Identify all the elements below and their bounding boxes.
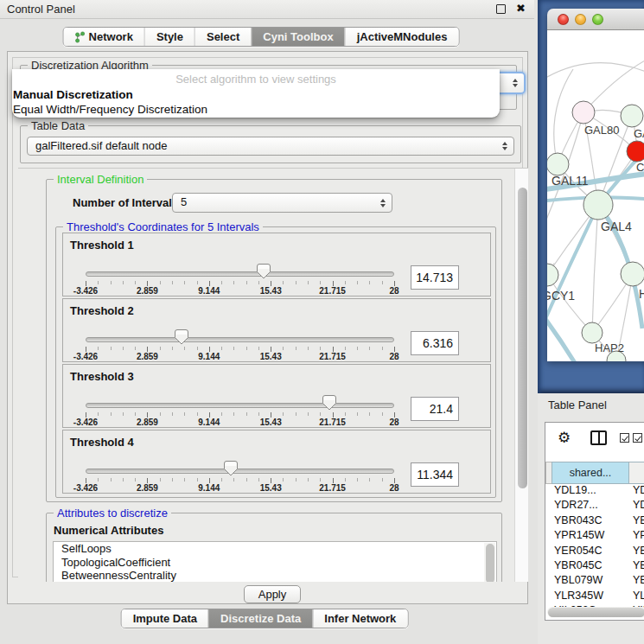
cell-name[interactable]: YDR2	[629, 499, 644, 513]
number-of-intervals-value: 5	[181, 195, 187, 208]
cell-shared-name[interactable]: YDR27...	[545, 499, 629, 513]
network-node-label: GAL80	[584, 124, 619, 137]
network-node[interactable]	[582, 322, 603, 343]
table-hscrollbar-thumb[interactable]	[548, 608, 644, 617]
network-node-label: GA	[634, 127, 644, 140]
cell-name[interactable]: YPR1	[629, 529, 644, 544]
network-edge-thick[interactable]	[547, 312, 577, 361]
number-of-intervals-label: Number of Intervals	[73, 196, 178, 209]
apply-button[interactable]: Apply	[244, 585, 301, 603]
cell-name[interactable]: YBR0	[629, 514, 644, 529]
checkbox-icon[interactable]	[633, 433, 642, 443]
split-columns-icon[interactable]	[590, 430, 607, 445]
cell-name[interactable]: YBL0	[629, 574, 644, 589]
slider-scale-label: 9.144	[198, 483, 220, 493]
algorithm-option-manual-discretization[interactable]: Manual Discretization	[13, 88, 133, 101]
minimize-traffic-light-icon[interactable]	[575, 14, 586, 25]
number-of-intervals-combo[interactable]: 5	[172, 193, 392, 213]
slider-scale-label: 21.715	[319, 352, 346, 361]
table-row[interactable]: YBR045CYBR0	[545, 559, 644, 574]
float-window-icon[interactable]	[496, 4, 506, 14]
threshold-slider-track[interactable]	[86, 337, 394, 342]
slider-scale-label: 21.715	[319, 286, 346, 296]
threshold-label: Threshold 2	[70, 304, 134, 317]
checkbox-icon[interactable]	[620, 433, 629, 443]
network-node[interactable]	[547, 264, 558, 286]
network-edge[interactable]	[592, 205, 598, 333]
network-edge[interactable]	[547, 63, 644, 82]
numerical-attributes-list[interactable]: SelfLoopsTopologicalCoefficientBetweenne…	[53, 541, 497, 582]
network-node-label: HAP2	[595, 341, 624, 354]
threshold-slider-thumb[interactable]	[175, 329, 188, 345]
table-panel-title: Table Panel	[548, 399, 607, 411]
network-node[interactable]	[621, 105, 643, 127]
attribute-item-topologicalcoefficient[interactable]: TopologicalCoefficient	[54, 556, 496, 570]
table-row[interactable]: YBR043CYBR0	[545, 514, 644, 529]
table-body: YDL19...YDL1YDR27...YDR2YBR043CYBR0YPR14…	[545, 484, 644, 620]
table-row[interactable]: YDL19...YDL1	[545, 484, 644, 499]
threshold-value-field[interactable]: 14.713	[411, 265, 459, 290]
cell-shared-name[interactable]: YBR045C	[545, 559, 629, 574]
threshold-slider-thumb[interactable]	[257, 264, 271, 279]
table-row[interactable]: YER054CYER0	[545, 545, 644, 559]
cell-name[interactable]: YER0	[629, 545, 644, 559]
threshold-slider-thumb[interactable]	[322, 395, 336, 411]
threshold-value-field[interactable]: 11.344	[411, 462, 459, 487]
attributes-scrollbar-thumb[interactable]	[486, 544, 494, 582]
close-traffic-light-icon[interactable]	[558, 14, 569, 25]
cell-name[interactable]: YBR0	[629, 559, 644, 574]
network-node[interactable]	[621, 262, 644, 286]
bottom-tab-discretize-data[interactable]: Discretize Data	[208, 609, 312, 628]
slider-scale-label: 15.43	[260, 286, 282, 296]
network-node[interactable]	[572, 101, 595, 124]
cell-name[interactable]: YDL1	[629, 484, 644, 499]
tab-network[interactable]: Network	[64, 28, 144, 46]
settings-scrollbar[interactable]	[514, 169, 528, 582]
threshold-slider-track[interactable]	[86, 469, 394, 474]
network-canvas[interactable]: GAL80GACGAL11GAL4GCY1HHAP2	[547, 30, 644, 361]
tab-jactivemnodules[interactable]: jActiveMNodules	[345, 28, 459, 46]
tab-style[interactable]: Style	[144, 28, 194, 46]
column-header-name[interactable]: n	[629, 462, 644, 484]
network-node[interactable]	[547, 153, 569, 175]
combo-arrows-icon	[502, 142, 507, 150]
threshold-label: Threshold 3	[70, 370, 134, 383]
cell-shared-name[interactable]: YDL19...	[545, 484, 629, 499]
threshold-value-field[interactable]: 21.4	[411, 397, 459, 421]
network-node-selected[interactable]	[627, 141, 644, 162]
close-icon[interactable]: ✖	[516, 2, 526, 15]
table-row[interactable]: YBL079WYBL0	[545, 574, 644, 589]
attribute-item-selfloops[interactable]: SelfLoops	[54, 542, 496, 556]
cell-shared-name[interactable]: YBL079W	[545, 574, 629, 589]
threshold-slider-track[interactable]	[86, 403, 394, 408]
bottom-tab-infer-network[interactable]: Infer Network	[312, 609, 407, 628]
gear-icon[interactable]: ⚙	[558, 429, 571, 447]
cell-shared-name[interactable]: YLR345W	[545, 590, 629, 604]
zoom-traffic-light-icon[interactable]	[592, 14, 603, 25]
tab-cyni-toolbox[interactable]: Cyni Toolbox	[251, 28, 344, 46]
threshold-value-field[interactable]: 6.316	[411, 331, 459, 355]
threshold-slider-thumb[interactable]	[224, 461, 238, 476]
algorithm-option-equal-width-frequency-discretization[interactable]: Equal Width/Frequency Discretization	[13, 103, 207, 116]
column-header-shared-name[interactable]: shared...	[552, 462, 629, 484]
bottom-tab-impute-data[interactable]: Impute Data	[122, 609, 208, 628]
attributes-scrollbar[interactable]	[484, 543, 495, 582]
table-data-combo-value: galFiltered.sif default node	[35, 139, 167, 152]
tab-select[interactable]: Select	[194, 28, 251, 46]
table-row[interactable]: YPR145WYPR1	[545, 529, 644, 544]
table-data-combo[interactable]: galFiltered.sif default node	[27, 137, 514, 156]
settings-scrollbar-thumb[interactable]	[518, 188, 527, 488]
table-hscrollbar[interactable]	[547, 607, 644, 617]
network-node-label: GCY1	[547, 289, 575, 303]
table-row[interactable]: YDR27...YDR2	[545, 499, 644, 513]
table-row[interactable]: YLR345WYLR3	[545, 590, 644, 604]
tab-label: jActiveMNodules	[357, 30, 448, 43]
cell-name[interactable]: YLR3	[629, 590, 644, 604]
network-node[interactable]	[583, 190, 613, 220]
attribute-item-betweennesscentrality[interactable]: BetweennessCentrality	[54, 569, 496, 582]
cell-shared-name[interactable]: YER054C	[545, 545, 629, 559]
cell-shared-name[interactable]: YPR145W	[545, 529, 629, 544]
network-edge[interactable]	[583, 52, 644, 112]
threshold-slider-track[interactable]	[86, 271, 394, 277]
cell-shared-name[interactable]: YBR043C	[545, 514, 629, 529]
